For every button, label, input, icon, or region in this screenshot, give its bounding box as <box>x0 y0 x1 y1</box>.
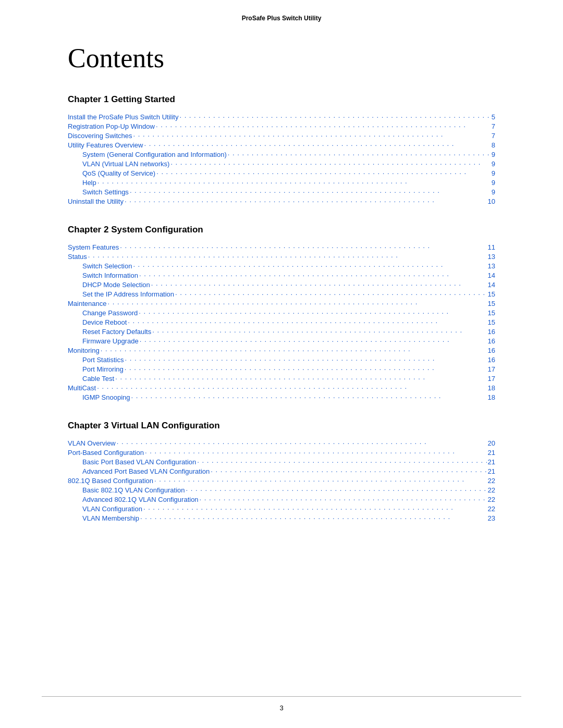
toc-link[interactable]: Install the ProSafe Plus Switch Utility <box>68 113 178 121</box>
toc-page: 15 <box>488 300 495 307</box>
toc-link[interactable]: Status <box>68 253 87 261</box>
toc-link[interactable]: Registration Pop-Up Window <box>68 122 155 130</box>
toc-entry: DHCP Mode Selection . . . . . . . . . . … <box>68 281 495 289</box>
toc-entry: System (General Configuration and Inform… <box>68 151 495 159</box>
toc-dots: . . . . . . . . . . . . . . . . . . . . … <box>131 392 487 400</box>
toc-entry: IGMP Snooping . . . . . . . . . . . . . … <box>68 393 495 402</box>
toc-page: 15 <box>488 318 495 326</box>
toc-link[interactable]: Basic 802.1Q VLAN Configuration <box>68 486 185 494</box>
toc-dots: . . . . . . . . . . . . . . . . . . . . … <box>154 475 486 484</box>
toc-link[interactable]: Switch Settings <box>68 188 129 196</box>
toc-dots: . . . . . . . . . . . . . . . . . . . . … <box>152 326 486 335</box>
toc-link[interactable]: Port Statistics <box>68 356 124 364</box>
toc-page: 23 <box>488 514 495 522</box>
toc-dots: . . . . . . . . . . . . . . . . . . . . … <box>211 466 486 474</box>
page-header: ProSafe Plus Switch Utility <box>0 0 563 27</box>
toc-dots: . . . . . . . . . . . . . . . . . . . . … <box>151 279 487 288</box>
toc-entry: Maintenance . . . . . . . . . . . . . . … <box>68 300 495 308</box>
toc-page: 10 <box>488 198 495 205</box>
toc-dots: . . . . . . . . . . . . . . . . . . . . … <box>139 270 487 278</box>
toc-dots: . . . . . . . . . . . . . . . . . . . . … <box>101 345 487 353</box>
toc-link[interactable]: Discovering Switches <box>68 132 132 140</box>
toc-page: 13 <box>488 262 495 270</box>
toc-link[interactable]: Device Reboot <box>68 318 127 326</box>
toc-entry: Basic Port Based VLAN Configuration . . … <box>68 458 495 466</box>
toc-link[interactable]: IGMP Snooping <box>68 393 130 401</box>
toc-link[interactable]: Switch Information <box>68 272 138 279</box>
toc-entry: Uninstall the Utility . . . . . . . . . … <box>68 198 495 206</box>
toc-link[interactable]: QoS (Quality of Service) <box>68 169 155 177</box>
toc-dots: . . . . . . . . . . . . . . . . . . . . … <box>125 354 486 363</box>
toc-link[interactable]: Port-Based Configuration <box>68 449 144 456</box>
toc-dots: . . . . . . . . . . . . . . . . . . . . … <box>117 438 487 446</box>
toc-link[interactable]: Monitoring <box>68 347 100 354</box>
toc-page: 15 <box>488 290 495 298</box>
toc-dots: . . . . . . . . . . . . . . . . . . . . … <box>197 456 486 465</box>
toc-link[interactable]: Help <box>68 179 96 187</box>
toc-link[interactable]: Advanced Port Based VLAN Configuration <box>68 467 210 475</box>
toc-dots: . . . . . . . . . . . . . . . . . . . . … <box>115 373 486 381</box>
toc-link[interactable]: Set the IP Address Information <box>68 290 174 298</box>
toc-entry: Status . . . . . . . . . . . . . . . . .… <box>68 253 495 261</box>
chapter3-heading: Chapter 3 Virtual LAN Configuration <box>68 421 495 431</box>
toc-link[interactable]: Utility Features Overview <box>68 141 143 149</box>
toc-link[interactable]: Advanced 802.1Q VLAN Configuration <box>68 496 199 503</box>
toc-page: 9 <box>492 179 495 187</box>
toc-dots: . . . . . . . . . . . . . . . . . . . . … <box>125 364 487 372</box>
toc-link[interactable]: System Features <box>68 243 119 251</box>
toc-page: 16 <box>488 328 495 336</box>
toc-link[interactable]: Cable Test <box>68 375 114 382</box>
chapter3-section: Chapter 3 Virtual LAN Configuration VLAN… <box>68 421 495 523</box>
toc-page: 9 <box>492 160 495 168</box>
toc-page: 18 <box>488 393 495 401</box>
toc-dots: . . . . . . . . . . . . . . . . . . . . … <box>97 382 486 391</box>
toc-dots: . . . . . . . . . . . . . . . . . . . . … <box>179 112 490 120</box>
toc-page: 5 <box>492 113 495 121</box>
toc-link[interactable]: VLAN (Virtual LAN networks) <box>68 160 169 168</box>
toc-dots: . . . . . . . . . . . . . . . . . . . . … <box>88 251 487 260</box>
toc-page: 9 <box>492 169 495 177</box>
toc-link[interactable]: Change Password <box>68 309 138 317</box>
toc-link[interactable]: 802.1Q Based Configuration <box>68 477 153 485</box>
toc-dots: . . . . . . . . . . . . . . . . . . . . … <box>107 298 486 306</box>
toc-entry: VLAN (Virtual LAN networks) . . . . . . … <box>68 160 495 168</box>
toc-entry: Discovering Switches . . . . . . . . . .… <box>68 132 495 140</box>
toc-page: 22 <box>488 505 495 513</box>
toc-link[interactable]: MultiCast <box>68 384 96 392</box>
toc-link[interactable]: Port Mirroring <box>68 365 124 373</box>
toc-entry: Reset Factory Defaults . . . . . . . . .… <box>68 328 495 336</box>
toc-link[interactable]: Switch Selection <box>68 262 132 270</box>
toc-dots: . . . . . . . . . . . . . . . . . . . . … <box>130 187 491 195</box>
toc-page: 14 <box>488 272 495 279</box>
toc-entry: Monitoring . . . . . . . . . . . . . . .… <box>68 347 495 355</box>
toc-dots: . . . . . . . . . . . . . . . . . . . . … <box>175 289 486 297</box>
toc-link[interactable]: Firmware Upgrade <box>68 337 139 345</box>
toc-link[interactable]: DHCP Mode Selection <box>68 281 150 289</box>
toc-entry: Advanced 802.1Q VLAN Configuration . . .… <box>68 496 495 504</box>
toc-link[interactable]: VLAN Overview <box>68 439 116 447</box>
toc-link[interactable]: VLAN Configuration <box>68 505 142 513</box>
footer-page-number: 3 <box>279 704 283 712</box>
chapter1-toc: Install the ProSafe Plus Switch Utility … <box>68 113 495 206</box>
toc-dots: . . . . . . . . . . . . . . . . . . . . … <box>170 158 490 167</box>
toc-dots: . . . . . . . . . . . . . . . . . . . . … <box>144 140 490 148</box>
toc-entry: Install the ProSafe Plus Switch Utility … <box>68 113 495 121</box>
toc-dots: . . . . . . . . . . . . . . . . . . . . … <box>120 242 486 250</box>
toc-link[interactable]: System (General Configuration and Inform… <box>68 151 227 158</box>
chapter1-section: Chapter 1 Getting Started Install the Pr… <box>68 94 495 206</box>
toc-page: 22 <box>488 496 495 503</box>
toc-link[interactable]: VLAN Membership <box>68 514 139 522</box>
toc-page: 9 <box>492 151 495 158</box>
toc-entry: VLAN Configuration . . . . . . . . . . .… <box>68 505 495 513</box>
toc-link[interactable]: Uninstall the Utility <box>68 198 124 205</box>
toc-link[interactable]: Reset Factory Defaults <box>68 328 151 336</box>
toc-page: 22 <box>488 477 495 485</box>
toc-entry: 802.1Q Based Configuration . . . . . . .… <box>68 477 495 485</box>
toc-entry: Advanced Port Based VLAN Configuration .… <box>68 467 495 476</box>
toc-entry: Set the IP Address Information . . . . .… <box>68 290 495 299</box>
toc-dots: . . . . . . . . . . . . . . . . . . . . … <box>143 503 487 512</box>
toc-link[interactable]: Maintenance <box>68 300 106 307</box>
toc-dots: . . . . . . . . . . . . . . . . . . . . … <box>139 307 486 316</box>
toc-entry: Switch Selection . . . . . . . . . . . .… <box>68 262 495 270</box>
toc-link[interactable]: Basic Port Based VLAN Configuration <box>68 458 196 466</box>
